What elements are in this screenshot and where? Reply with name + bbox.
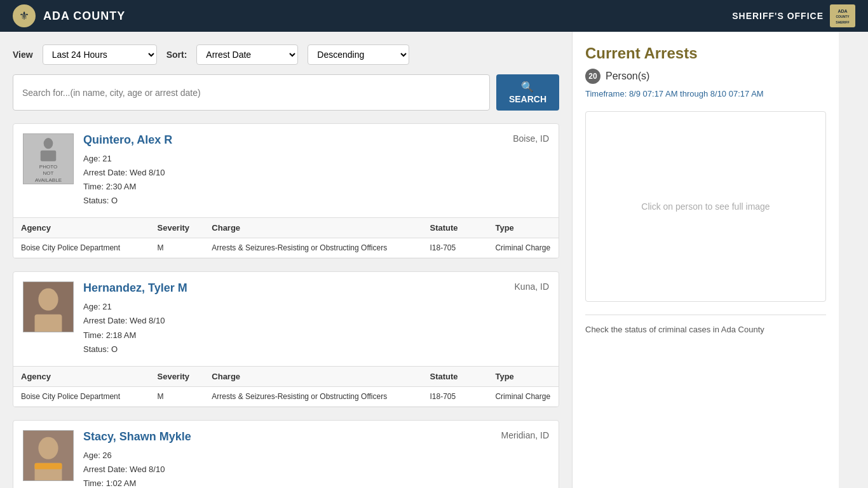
person-time: Time: 1:02 AM xyxy=(83,477,549,488)
charges-table: Agency Severity Charge Statute Type Bois… xyxy=(13,217,559,258)
person-time: Time: 2:30 AM xyxy=(83,180,549,194)
svg-rect-6 xyxy=(41,151,56,161)
card-header-row: Stacy, Shawn Mykle Meridian, ID xyxy=(83,430,549,444)
person-arrest-date: Arrest Date: Wed 8/10 xyxy=(83,166,549,180)
person-time: Time: 2:18 AM xyxy=(83,329,549,342)
mugshot-placeholder: PHOTONOTAVAILABLE xyxy=(23,133,74,184)
svg-rect-13 xyxy=(35,463,62,469)
timeframe-value: 8/9 07:17 AM through 8/10 07:17 AM xyxy=(629,89,764,98)
left-content: View Last 24 Hours Last 48 Hours Last 72… xyxy=(0,32,572,488)
person-arrest-date: Arrest Date: Wed 8/10 xyxy=(83,463,549,477)
controls-row: View Last 24 Hours Last 48 Hours Last 72… xyxy=(13,44,559,65)
person-city: Boise, ID xyxy=(513,133,549,144)
card-top: PHOTONOTAVAILABLE Quintero, Alex R Boise… xyxy=(13,124,559,217)
svg-text:COUNTY: COUNTY xyxy=(836,15,850,18)
person-card[interactable]: PHOTONOTAVAILABLE Quintero, Alex R Boise… xyxy=(13,123,559,259)
header-right: SHERIFF'S OFFICE ADA COUNTY SHERIFF xyxy=(732,4,855,27)
view-select[interactable]: Last 24 Hours Last 48 Hours Last 72 Hour… xyxy=(43,44,157,65)
timeframe-label: Timeframe: xyxy=(585,89,627,98)
header-charge: Charge xyxy=(204,366,422,386)
charges-header-row: Agency Severity Charge Statute Type xyxy=(13,218,559,238)
sort-label: Sort: xyxy=(166,50,187,60)
click-prompt: Click on person to see full image xyxy=(641,201,770,212)
person-name[interactable]: Stacy, Shawn Mykle xyxy=(83,430,191,444)
site-header: ⚜ ADA COUNTY SHERIFF'S OFFICE ADA COUNTY… xyxy=(0,0,868,32)
card-top: Hernandez, Tyler M Kuna, ID Age: 21 Arre… xyxy=(13,272,559,365)
header-statute: Statute xyxy=(422,366,487,386)
charge-description: Arrests & Seizures-Resisting or Obstruct… xyxy=(204,386,422,406)
order-select[interactable]: Descending Ascending xyxy=(308,44,409,65)
svg-point-11 xyxy=(38,437,58,459)
person-status: Status: O xyxy=(83,342,549,356)
person-count-row: 20 Person(s) xyxy=(585,69,826,84)
header-type: Type xyxy=(487,218,559,238)
header-agency: Agency xyxy=(13,218,150,238)
charge-row: Boise City Police Department M Arrests &… xyxy=(13,238,559,258)
person-details: Age: 21 Arrest Date: Wed 8/10 Time: 2:30… xyxy=(83,152,549,208)
charge-row: Boise City Police Department M Arrests &… xyxy=(13,386,559,406)
person-age: Age: 21 xyxy=(83,152,549,166)
search-button[interactable]: 🔍 SEARCH xyxy=(496,74,559,111)
card-info: Hernandez, Tyler M Kuna, ID Age: 21 Arre… xyxy=(83,281,549,356)
person-age: Age: 21 xyxy=(83,300,549,314)
person-card[interactable]: Hernandez, Tyler M Kuna, ID Age: 21 Arre… xyxy=(13,271,559,407)
charges-thead: Agency Severity Charge Statute Type xyxy=(13,366,559,386)
timeframe-text: Timeframe: 8/9 07:17 AM through 8/10 07:… xyxy=(585,89,826,98)
card-info: Stacy, Shawn Mykle Meridian, ID Age: 26 … xyxy=(83,430,549,488)
header-severity: Severity xyxy=(150,366,205,386)
header-charge: Charge xyxy=(204,218,422,238)
divider xyxy=(585,315,826,315)
person-city: Meridian, ID xyxy=(501,430,549,440)
charge-statute: I18-705 xyxy=(422,238,487,258)
charge-agency: Boise City Police Department xyxy=(13,238,150,258)
image-preview-area: Click on person to see full image xyxy=(585,111,826,302)
charge-description: Arrests & Seizures-Resisting or Obstruct… xyxy=(204,238,422,258)
mugshot xyxy=(23,430,74,481)
charge-type: Criminal Charge xyxy=(487,386,559,406)
charges-tbody: Boise City Police Department M Arrests &… xyxy=(13,238,559,258)
card-top: Stacy, Shawn Mykle Meridian, ID Age: 26 … xyxy=(13,421,559,488)
header-severity: Severity xyxy=(150,218,205,238)
charges-tbody: Boise City Police Department M Arrests &… xyxy=(13,386,559,406)
person-age: Age: 26 xyxy=(83,449,549,463)
county-name: ADA COUNTY xyxy=(43,10,125,23)
card-info: Quintero, Alex R Boise, ID Age: 21 Arres… xyxy=(83,133,549,208)
sheriff-logo: ADA COUNTY SHERIFF xyxy=(830,4,855,27)
search-row: 🔍 SEARCH xyxy=(13,74,559,111)
charge-type: Criminal Charge xyxy=(487,238,559,258)
svg-point-8 xyxy=(38,288,58,311)
person-city: Kuna, ID xyxy=(515,281,549,292)
card-header-row: Quintero, Alex R Boise, ID xyxy=(83,133,549,147)
svg-text:ADA: ADA xyxy=(837,9,847,13)
count-badge: 20 xyxy=(585,69,600,84)
photo-not-available-label: PHOTONOTAVAILABLE xyxy=(35,164,62,184)
persons-label: Person(s) xyxy=(606,71,649,82)
charges-thead: Agency Severity Charge Statute Type xyxy=(13,218,559,238)
header-left: ⚜ ADA COUNTY xyxy=(13,4,125,27)
charge-severity: M xyxy=(150,238,205,258)
search-icon: 🔍 xyxy=(521,81,534,93)
svg-point-5 xyxy=(44,138,53,149)
charge-statute: I18-705 xyxy=(422,386,487,406)
svg-text:SHERIFF: SHERIFF xyxy=(836,20,849,24)
county-logo: ⚜ xyxy=(13,4,36,27)
person-details: Age: 21 Arrest Date: Wed 8/10 Time: 2:18… xyxy=(83,300,549,356)
check-status-text: Check the status of criminal cases in Ad… xyxy=(585,325,826,334)
person-card[interactable]: Stacy, Shawn Mykle Meridian, ID Age: 26 … xyxy=(13,420,559,488)
person-details: Age: 26 Arrest Date: Wed 8/10 Time: 1:02… xyxy=(83,449,549,488)
svg-rect-9 xyxy=(35,315,62,332)
search-input[interactable] xyxy=(13,74,490,111)
charge-severity: M xyxy=(150,386,205,406)
person-status: Status: O xyxy=(83,194,549,208)
charges-table: Agency Severity Charge Statute Type Bois… xyxy=(13,366,559,407)
person-name[interactable]: Hernandez, Tyler M xyxy=(83,281,187,295)
right-panel: Current Arrests 20 Person(s) Timeframe: … xyxy=(572,32,839,488)
card-header-row: Hernandez, Tyler M Kuna, ID xyxy=(83,281,549,295)
sort-select[interactable]: Arrest Date Name City xyxy=(196,44,298,65)
charge-agency: Boise City Police Department xyxy=(13,386,150,406)
header-agency: Agency xyxy=(13,366,150,386)
person-name[interactable]: Quintero, Alex R xyxy=(83,133,172,147)
view-label: View xyxy=(13,50,33,60)
mugshot xyxy=(23,281,74,332)
header-type: Type xyxy=(487,366,559,386)
